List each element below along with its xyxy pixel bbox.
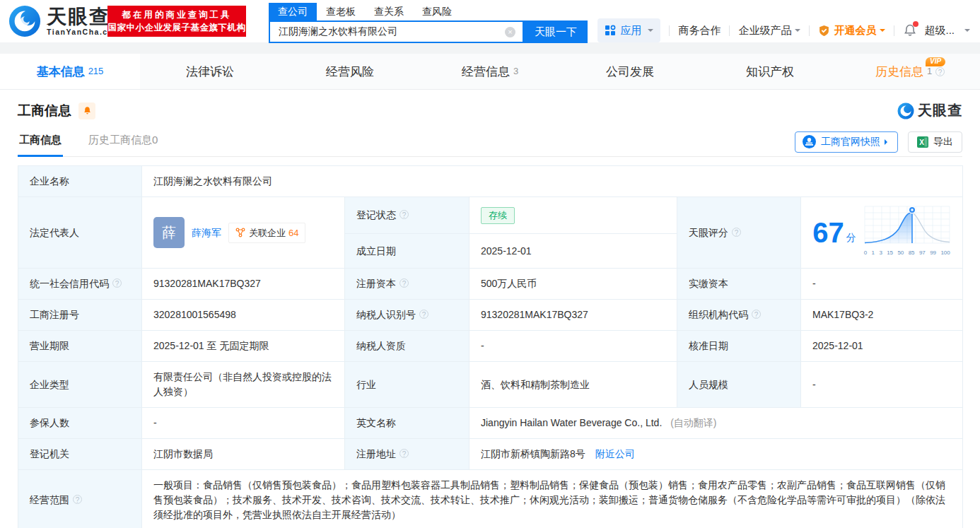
chevron-down-icon bbox=[648, 29, 653, 35]
chevron-down-icon bbox=[880, 29, 885, 35]
notification-bell-icon[interactable] bbox=[903, 23, 917, 37]
chevron-down-icon bbox=[964, 29, 970, 35]
field-label: 法定代表人 bbox=[18, 197, 142, 269]
auto-translate-note: (自动翻译) bbox=[670, 417, 716, 428]
field-label: 行业 bbox=[345, 362, 469, 408]
menu-enterprise[interactable]: 企业级产品 bbox=[738, 24, 800, 37]
excel-icon: X bbox=[917, 136, 928, 148]
help-icon[interactable] bbox=[935, 67, 945, 76]
table-row: 营业期限 2025-12-01 至 无固定期限 纳税人资质 - 核准日期 202… bbox=[18, 331, 963, 362]
tab-legal-proceedings[interactable]: 法律诉讼 bbox=[140, 54, 280, 89]
reg-address-value: 江阴市新桥镇陶新路8号 附近公司 bbox=[469, 439, 963, 470]
table-row: 企业名称 江阴海澜之水饮料有限公司 bbox=[18, 166, 963, 197]
nearby-companies-link[interactable]: 附近公司 bbox=[595, 448, 635, 459]
subtab-history-business-info[interactable]: 历史工商信息0 bbox=[87, 127, 159, 157]
tianyancha-logo-icon bbox=[8, 5, 41, 37]
field-label: 人员规模 bbox=[677, 362, 801, 408]
network-icon bbox=[235, 228, 245, 237]
field-label: 统一社会信用代码 bbox=[18, 269, 142, 300]
table-row: 登记机关 江阴市数据局 注册地址 江阴市新桥镇陶新路8号 附近公司 bbox=[18, 439, 963, 470]
menu-membership[interactable]: 开通会员 bbox=[818, 24, 885, 37]
search-tab-boss[interactable]: 查老板 bbox=[317, 3, 365, 20]
menu-user-label: 超级... bbox=[924, 24, 955, 37]
tab-count: 215 bbox=[88, 66, 104, 76]
related-companies-label: 关联企业 bbox=[249, 225, 286, 240]
tab-history-info[interactable]: VIP 历史信息 1 bbox=[840, 54, 980, 89]
field-label: 纳税人识别号 bbox=[345, 300, 469, 331]
apps-menu[interactable]: 应用 bbox=[597, 18, 660, 42]
help-icon[interactable] bbox=[399, 278, 409, 288]
english-name-value: Jiangyin Hailan Water Beverage Co., Ltd.… bbox=[469, 408, 963, 439]
search-input[interactable] bbox=[270, 22, 523, 42]
divider bbox=[809, 25, 810, 36]
clear-icon[interactable]: × bbox=[505, 27, 515, 37]
score-axis-labels: 0131550859799100 bbox=[863, 245, 951, 260]
approval-date-value: 2025-12-01 bbox=[801, 331, 963, 362]
help-icon[interactable] bbox=[399, 210, 409, 219]
help-icon[interactable] bbox=[732, 228, 741, 237]
tianyancha-watermark: 天眼查 bbox=[897, 101, 962, 120]
business-scope-value: 一般项目：食品销售（仅销售预包装食品）；食品用塑料包装容器工具制品销售；塑料制品… bbox=[142, 470, 963, 528]
subscribe-bell-icon[interactable] bbox=[78, 102, 95, 119]
tianyancha-logo[interactable]: 天眼查 TianYanCha.com bbox=[8, 5, 121, 37]
menu-user[interactable]: 超级... bbox=[924, 24, 970, 37]
status-badge: 存续 bbox=[481, 207, 515, 224]
search-tab-risk[interactable]: 查风险 bbox=[413, 3, 461, 20]
export-button[interactable]: X 导出 bbox=[908, 131, 962, 153]
table-row: 企业类型 有限责任公司（非自然人投资或控股的法人独资） 行业 酒、饮料和精制茶制… bbox=[18, 362, 963, 408]
menu-cooperation[interactable]: 商务合作 bbox=[678, 24, 721, 37]
paid-capital-value: - bbox=[801, 269, 963, 300]
tab-intellectual-property[interactable]: 知识产权 bbox=[700, 54, 840, 89]
subtab-business-info[interactable]: 工商信息 bbox=[18, 127, 63, 157]
triangle-right-icon bbox=[885, 139, 890, 145]
help-icon[interactable] bbox=[752, 310, 761, 319]
field-label: 企业类型 bbox=[18, 362, 142, 408]
search-tab-company[interactable]: 查公司 bbox=[269, 3, 317, 20]
promo-banner: 都在用的商业查询工具 国家中小企业发展子基金旗下机构 bbox=[107, 6, 246, 37]
tab-operation-info[interactable]: 经营信息 3 bbox=[420, 54, 560, 89]
tab-count: 3 bbox=[513, 66, 518, 76]
org-code-value: MAK17BQ3-2 bbox=[801, 300, 963, 331]
export-label: 导出 bbox=[933, 136, 953, 148]
reg-number-value: 320281001565498 bbox=[142, 300, 345, 331]
legal-rep-avatar[interactable]: 薛 bbox=[153, 217, 185, 248]
apps-menu-label: 应用 bbox=[620, 24, 641, 37]
company-type-value: 有限责任公司（非自然人投资或控股的法人独资） bbox=[142, 362, 345, 408]
taxpayer-id-value: 91320281MAK17BQ327 bbox=[469, 300, 677, 331]
official-snapshot-label: 工商官网快照 bbox=[821, 136, 880, 148]
help-icon[interactable] bbox=[112, 278, 122, 288]
field-label: 核准日期 bbox=[677, 331, 801, 362]
tab-count: 1 bbox=[927, 66, 932, 76]
legal-rep-name-link[interactable]: 薛海军 bbox=[192, 225, 221, 240]
official-snapshot-button[interactable]: 工商官网快照 bbox=[795, 131, 898, 153]
field-label: 经营范围 bbox=[18, 470, 142, 528]
stamp-icon bbox=[803, 135, 816, 148]
tab-basic-info[interactable]: 基本信息 215 bbox=[0, 54, 140, 89]
tab-company-development[interactable]: 公司发展 bbox=[560, 54, 700, 89]
tab-label: 公司发展 bbox=[606, 64, 654, 80]
section-title: 工商信息 bbox=[18, 102, 71, 120]
field-label: 注册地址 bbox=[345, 439, 469, 470]
grid-icon bbox=[605, 25, 616, 36]
tab-business-risk[interactable]: 经营风险 bbox=[280, 54, 420, 89]
search-button[interactable]: 天眼一下 bbox=[524, 20, 588, 43]
score-unit: 分 bbox=[846, 230, 856, 245]
table-row: 工商注册号 320281001565498 纳税人识别号 91320281MAK… bbox=[18, 300, 963, 331]
insured-count-value: - bbox=[142, 408, 345, 439]
taxpayer-quality-value: - bbox=[469, 331, 677, 362]
field-label: 英文名称 bbox=[345, 408, 469, 439]
industry-value: 酒、饮料和精制茶制造业 bbox=[469, 362, 677, 408]
tab-label: 知识产权 bbox=[746, 64, 794, 80]
tab-label: 经营风险 bbox=[326, 64, 374, 80]
help-icon[interactable] bbox=[419, 310, 428, 319]
field-label: 组织机构代码 bbox=[677, 300, 801, 331]
reg-capital-value: 500万人民币 bbox=[469, 269, 677, 300]
search-tabs: 查公司 查老板 查关系 查风险 bbox=[269, 3, 588, 20]
related-companies-badge[interactable]: 关联企业 64 bbox=[228, 223, 305, 243]
table-row: 统一社会信用代码 91320281MAK17BQ327 注册资本 500万人民币… bbox=[18, 269, 963, 300]
help-icon[interactable] bbox=[399, 449, 409, 458]
search-tab-relation[interactable]: 查关系 bbox=[365, 3, 413, 20]
page-divider-strip bbox=[0, 42, 980, 54]
help-icon[interactable] bbox=[73, 495, 82, 504]
field-label: 企业名称 bbox=[18, 166, 142, 197]
